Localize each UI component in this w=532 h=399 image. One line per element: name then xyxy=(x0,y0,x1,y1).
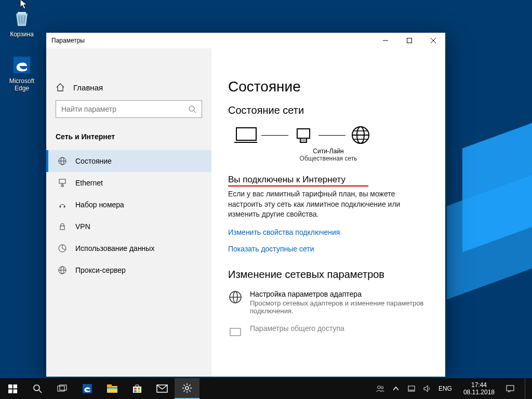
svg-rect-16 xyxy=(60,226,64,230)
svg-point-6 xyxy=(189,106,194,111)
desktop-icon-recycle-bin[interactable]: Корзина xyxy=(3,8,41,38)
taskbar-time: 17:44 xyxy=(463,381,495,389)
people-icon[interactable] xyxy=(376,384,384,393)
svg-point-53 xyxy=(185,387,189,390)
svg-rect-3 xyxy=(407,38,412,43)
sidebar-item-label: Состояние xyxy=(75,157,112,165)
main-panel: Состояние Состояние сети Сити-Лайн Общес… xyxy=(211,48,445,377)
sharing-settings-item[interactable]: Параметры общего доступа xyxy=(228,324,429,339)
desktop-icon-label: Корзина xyxy=(10,31,34,38)
taskbar-store-button[interactable] xyxy=(125,378,150,399)
connected-paragraph: Если у вас лимитный тарифный план, вы мо… xyxy=(228,189,425,220)
sidebar-item-label: VPN xyxy=(75,222,90,231)
sidebar-item-dialup[interactable]: Набор номера xyxy=(46,194,211,216)
svg-line-7 xyxy=(194,111,196,113)
settings-window: Параметры Главная Сеть и Интернет Состоя… xyxy=(46,33,445,377)
taskbar-search-button[interactable] xyxy=(25,378,50,399)
svg-rect-56 xyxy=(408,386,415,390)
ethernet-icon xyxy=(58,178,67,188)
page-title: Состояние xyxy=(228,78,429,95)
mouse-cursor xyxy=(20,0,29,10)
tray-chevron-up-icon[interactable] xyxy=(392,384,400,393)
svg-rect-51 xyxy=(138,390,140,392)
svg-rect-46 xyxy=(107,387,117,389)
link-change-connection-properties[interactable]: Изменить свойства подключения xyxy=(228,228,429,236)
adapter-title: Настройка параметров адаптера xyxy=(250,290,427,298)
router-icon xyxy=(290,126,316,144)
dialup-icon xyxy=(58,200,67,209)
svg-point-14 xyxy=(60,206,61,208)
svg-rect-49 xyxy=(138,388,140,390)
svg-point-15 xyxy=(64,206,65,208)
network-tray-icon[interactable] xyxy=(407,384,416,393)
minimize-button[interactable] xyxy=(374,33,397,48)
network-state-heading: Состояние сети xyxy=(228,104,429,116)
home-button[interactable]: Главная xyxy=(46,77,211,96)
sidebar-item-ethernet[interactable]: Ethernet xyxy=(46,172,211,194)
svg-rect-48 xyxy=(134,388,137,390)
network-caption: Сити-Лайн Общественная сеть xyxy=(228,148,429,162)
taskbar-edge-button[interactable] xyxy=(75,378,100,399)
home-icon xyxy=(56,83,65,92)
svg-rect-58 xyxy=(507,385,514,391)
svg-rect-34 xyxy=(230,328,241,336)
action-center-icon[interactable] xyxy=(506,384,514,393)
sidebar-item-vpn[interactable]: VPN xyxy=(46,216,211,237)
show-desktop-button[interactable] xyxy=(525,378,528,399)
search-input[interactable] xyxy=(61,105,176,113)
edge-icon xyxy=(11,55,32,75)
taskbar-mail-button[interactable] xyxy=(150,378,175,399)
svg-rect-21 xyxy=(236,128,256,140)
titlebar[interactable]: Параметры xyxy=(46,33,445,48)
data-usage-icon xyxy=(58,244,67,253)
svg-rect-35 xyxy=(8,384,12,389)
network-name: Сити-Лайн xyxy=(228,148,429,155)
svg-rect-11 xyxy=(59,179,65,183)
annotation-underline xyxy=(228,185,368,187)
sidebar-item-label: Прокси-сервер xyxy=(75,266,126,274)
sidebar: Главная Сеть и Интернет Состояние Ethern… xyxy=(46,48,211,377)
computer-icon xyxy=(233,126,259,144)
task-view-button[interactable] xyxy=(50,378,75,399)
home-label: Главная xyxy=(73,83,103,92)
sidebar-item-label: Набор номера xyxy=(75,201,124,209)
taskbar-explorer-button[interactable] xyxy=(100,378,125,399)
sidebar-item-data-usage[interactable]: Использование данных xyxy=(46,237,211,259)
adapter-desc: Просмотр сетевых адаптеров и изменение п… xyxy=(250,299,427,315)
desktop-icon-edge[interactable]: Microsoft Edge xyxy=(3,55,41,92)
network-type: Общественная сеть xyxy=(228,155,429,162)
svg-point-54 xyxy=(378,386,380,389)
maximize-button[interactable] xyxy=(397,33,421,48)
sidebar-item-label: Ethernet xyxy=(75,179,103,187)
vpn-icon xyxy=(58,222,67,231)
taskbar-date: 08.11.2018 xyxy=(463,389,495,396)
change-network-settings-heading: Изменение сетевых параметров xyxy=(228,269,429,281)
recycle-bin-icon xyxy=(11,8,32,29)
language-indicator[interactable]: ENG xyxy=(438,385,452,392)
search-icon xyxy=(188,105,196,113)
link-show-available-networks[interactable]: Показать доступные сети xyxy=(228,245,429,253)
svg-rect-12 xyxy=(61,185,63,187)
svg-rect-0 xyxy=(18,12,26,14)
taskbar-settings-button[interactable] xyxy=(175,378,200,399)
close-button[interactable] xyxy=(421,33,445,48)
start-button[interactable] xyxy=(0,378,25,399)
adapter-icon xyxy=(228,290,243,304)
svg-rect-50 xyxy=(134,390,137,392)
system-tray: ENG 17:44 08.11.2018 xyxy=(376,378,532,399)
proxy-icon xyxy=(58,265,67,275)
sidebar-section-title: Сеть и Интернет xyxy=(46,127,211,150)
svg-rect-45 xyxy=(107,384,112,387)
sidebar-item-label: Использование данных xyxy=(75,244,154,252)
sidebar-item-status[interactable]: Состояние xyxy=(46,150,211,172)
svg-rect-23 xyxy=(297,129,310,138)
globe-large-icon xyxy=(348,126,374,144)
volume-tray-icon[interactable] xyxy=(423,384,431,393)
search-box[interactable] xyxy=(56,100,202,118)
sharing-icon xyxy=(228,324,243,339)
taskbar-clock[interactable]: 17:44 08.11.2018 xyxy=(459,381,499,396)
desktop-icon-label: Microsoft Edge xyxy=(9,77,35,92)
adapter-settings-item[interactable]: Настройка параметров адаптера Просмотр с… xyxy=(228,290,429,315)
sidebar-item-proxy[interactable]: Прокси-сервер xyxy=(46,259,211,281)
svg-rect-37 xyxy=(8,389,12,393)
